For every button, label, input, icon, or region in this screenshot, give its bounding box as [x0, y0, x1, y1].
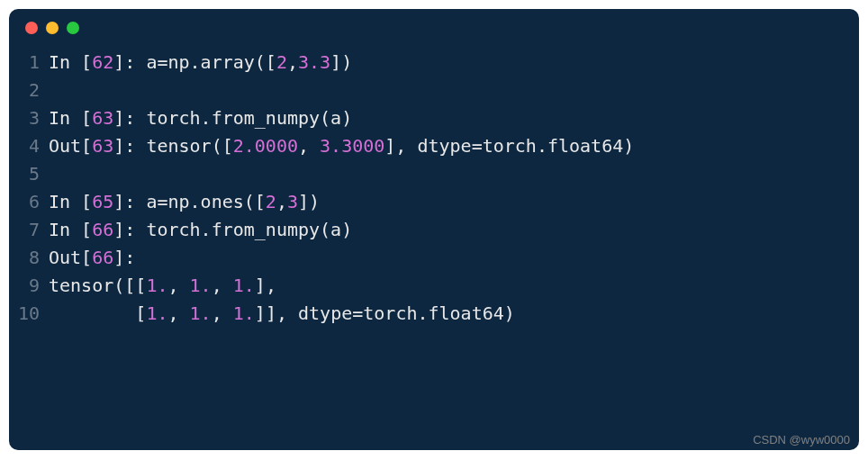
number-token: 1.	[146, 302, 167, 324]
text-token: Out[	[49, 247, 92, 268]
line-number: 4	[9, 132, 49, 160]
line-content	[49, 77, 59, 104]
line-content: In [65]: a=np.ones([2,3])	[49, 188, 320, 216]
text-token: Out[	[49, 135, 92, 157]
terminal-window: 1In [62]: a=np.array([2,3.3])2 3In [63]:…	[9, 9, 859, 450]
number-token: 3.3	[298, 51, 330, 73]
text-token: ],	[255, 275, 276, 296]
number-token: 2	[266, 191, 276, 212]
line-number: 6	[9, 188, 49, 216]
text-token: ], dtype=torch.float64)	[384, 135, 634, 157]
line-content: In [62]: a=np.array([2,3.3])	[49, 49, 352, 77]
text-token: ,	[276, 191, 287, 212]
code-line: 4Out[63]: tensor([2.0000, 3.3000], dtype…	[9, 132, 859, 160]
text-token: ,	[298, 135, 320, 157]
minimize-icon[interactable]	[46, 22, 59, 34]
number-token: 1.	[190, 302, 212, 324]
line-content: In [66]: torch.from_numpy(a)	[49, 216, 352, 244]
code-line: 8Out[66]:	[9, 244, 859, 272]
number-token: 2.0000	[233, 135, 298, 157]
text-token: ,	[167, 275, 189, 296]
code-line: 9tensor([[1., 1., 1.],	[9, 272, 859, 300]
text-token: ])	[298, 191, 320, 212]
watermark-text: CSDN @wyw0000	[753, 433, 850, 446]
line-number: 10	[9, 300, 49, 328]
line-number: 9	[9, 272, 49, 300]
text-token: ]: a=np.ones([	[113, 191, 266, 212]
text-token: ]:	[113, 247, 135, 268]
code-area: 1In [62]: a=np.array([2,3.3])2 3In [63]:…	[9, 41, 859, 328]
code-line: 2	[9, 77, 859, 104]
line-content	[49, 160, 59, 188]
number-token: 1.	[233, 302, 255, 324]
text-token: ]: torch.from_numpy(a)	[113, 107, 352, 129]
text-token: ])	[330, 51, 352, 73]
line-content: [1., 1., 1.]], dtype=torch.float64)	[49, 300, 515, 328]
line-number: 5	[9, 160, 49, 188]
line-number: 2	[9, 77, 49, 104]
text-token: tensor([[	[49, 275, 146, 296]
code-line: 1In [62]: a=np.array([2,3.3])	[9, 49, 859, 77]
text-token: ,	[212, 275, 233, 296]
close-icon[interactable]	[25, 22, 38, 34]
number-token: 3	[287, 191, 298, 212]
number-token: 65	[92, 191, 113, 212]
text-token: ]: a=np.array([	[113, 51, 276, 73]
code-line: 5	[9, 160, 859, 188]
text-token: ]], dtype=torch.float64)	[255, 302, 515, 324]
window-titlebar	[9, 9, 859, 41]
code-line: 6In [65]: a=np.ones([2,3])	[9, 188, 859, 216]
number-token: 2	[276, 51, 287, 73]
text-token: [	[49, 302, 146, 324]
number-token: 1.	[190, 275, 212, 296]
number-token: 66	[92, 247, 113, 268]
number-token: 66	[92, 219, 113, 240]
text-token: In [	[49, 107, 92, 129]
line-number: 7	[9, 216, 49, 244]
maximize-icon[interactable]	[67, 22, 79, 34]
text-token: In [	[49, 191, 92, 212]
text-token: ]: torch.from_numpy(a)	[113, 219, 352, 240]
number-token: 62	[92, 51, 113, 73]
number-token: 63	[92, 107, 113, 129]
code-line: 7In [66]: torch.from_numpy(a)	[9, 216, 859, 244]
text-token: In [	[49, 219, 92, 240]
code-line: 10 [1., 1., 1.]], dtype=torch.float64)	[9, 300, 859, 328]
line-number: 1	[9, 49, 49, 77]
text-token: In [	[49, 51, 92, 73]
line-content: Out[63]: tensor([2.0000, 3.3000], dtype=…	[49, 132, 634, 160]
number-token: 63	[92, 135, 113, 157]
text-token: ,	[167, 302, 189, 324]
number-token: 1.	[146, 275, 167, 296]
line-content: Out[66]:	[49, 244, 135, 272]
text-token: ]: tensor([	[113, 135, 232, 157]
line-number: 8	[9, 244, 49, 272]
text-token: ,	[212, 302, 233, 324]
text-token: ,	[287, 51, 298, 73]
line-content: tensor([[1., 1., 1.],	[49, 272, 276, 300]
code-line: 3In [63]: torch.from_numpy(a)	[9, 104, 859, 132]
line-content: In [63]: torch.from_numpy(a)	[49, 104, 352, 132]
number-token: 1.	[233, 275, 255, 296]
number-token: 3.3000	[320, 135, 384, 157]
line-number: 3	[9, 104, 49, 132]
